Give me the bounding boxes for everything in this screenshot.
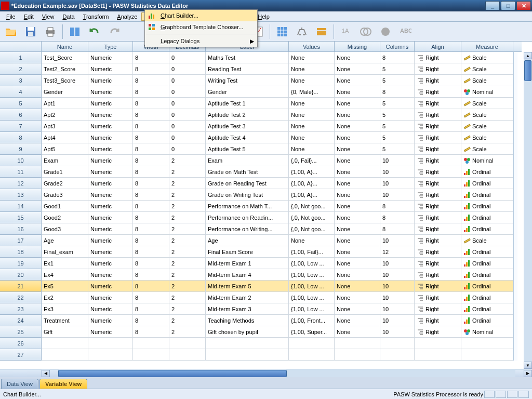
cell-decimals[interactable]: 2: [169, 326, 206, 338]
menu-transform[interactable]: Transform: [79, 12, 113, 21]
cell-values[interactable]: None: [289, 109, 335, 121]
cell-label[interactable]: Performance on Readin...: [206, 212, 289, 223]
cell-width[interactable]: 8: [133, 98, 169, 109]
cell-type[interactable]: Numeric: [88, 212, 133, 223]
cell-measure[interactable]: Ordinal: [461, 258, 513, 269]
cell-measure[interactable]: [461, 349, 513, 361]
cell-name[interactable]: Ex4: [42, 269, 88, 281]
cell-label[interactable]: Mid-term Exam 4: [206, 269, 289, 281]
cell-measure[interactable]: Ordinal: [461, 315, 513, 326]
cell-measure[interactable]: Nominal: [461, 86, 513, 98]
column-header[interactable]: Values: [289, 42, 335, 52]
cell-label[interactable]: Mid-term Exam 5: [206, 281, 289, 292]
cell-missing[interactable]: None: [335, 223, 380, 235]
cell-measure[interactable]: Scale: [461, 75, 513, 86]
cell-align[interactable]: Right: [415, 223, 461, 235]
cell-decimals[interactable]: 2: [169, 246, 206, 258]
cell-width[interactable]: 8: [133, 201, 169, 212]
cell-width[interactable]: 8: [133, 52, 169, 63]
cell-columns[interactable]: 10: [380, 155, 415, 166]
cell-decimals[interactable]: 0: [169, 75, 206, 86]
cell-measure[interactable]: Nominal: [461, 326, 513, 338]
row-header[interactable]: 4: [0, 86, 42, 98]
cell-measure[interactable]: Ordinal: [461, 212, 513, 223]
cell-columns[interactable]: 5: [380, 63, 415, 75]
cell-values[interactable]: {1,00, Low ...: [289, 269, 335, 281]
cell-missing[interactable]: None: [335, 292, 380, 303]
cell-width[interactable]: 8: [133, 155, 169, 166]
cell-align[interactable]: Right: [415, 281, 461, 292]
open-icon[interactable]: [3, 24, 19, 39]
cell-width[interactable]: 8: [133, 189, 169, 201]
cell-width[interactable]: 8: [133, 281, 169, 292]
cell-label[interactable]: Teaching Methods: [206, 315, 289, 326]
recall-icon[interactable]: [67, 24, 83, 39]
tab-data-view[interactable]: Data View: [1, 379, 38, 389]
horizontal-scrollbar[interactable]: ◀ ▶: [0, 369, 532, 377]
cell-values[interactable]: [289, 338, 335, 349]
cell-columns[interactable]: [380, 349, 415, 361]
cell-decimals[interactable]: 0: [169, 98, 206, 109]
cell-align[interactable]: Right: [415, 132, 461, 143]
valuelabels-icon[interactable]: 1A: [338, 24, 354, 39]
cell-name[interactable]: Ex2: [42, 292, 88, 303]
cell-type[interactable]: Numeric: [88, 201, 133, 212]
cell-type[interactable]: Numeric: [88, 223, 133, 235]
cell-label[interactable]: Mid-term Exam 3: [206, 303, 289, 315]
redo-icon[interactable]: [107, 24, 122, 39]
cell-name[interactable]: Final_exam: [42, 246, 88, 258]
cell-type[interactable]: Numeric: [88, 52, 133, 63]
tab-variable-view[interactable]: Variable View: [39, 379, 87, 389]
cell-align[interactable]: Right: [415, 212, 461, 223]
cell-missing[interactable]: None: [335, 86, 380, 98]
variable-grid[interactable]: NameTypeWidthDecimalsLabelValuesMissingC…: [0, 42, 532, 369]
row-header[interactable]: 22: [0, 292, 42, 303]
cell-measure[interactable]: Scale: [461, 63, 513, 75]
cell-values[interactable]: {,0, Not goo...: [289, 212, 335, 223]
cell-missing[interactable]: None: [335, 212, 380, 223]
cell-measure[interactable]: Scale: [461, 132, 513, 143]
cell-measure[interactable]: Scale: [461, 121, 513, 132]
dropdown-item[interactable]: Graphboard Template Chooser...: [145, 21, 257, 33]
cell-name[interactable]: Ex1: [42, 258, 88, 269]
cell-columns[interactable]: 8: [380, 212, 415, 223]
undo-icon[interactable]: [87, 24, 102, 39]
menu-file[interactable]: File: [2, 12, 20, 21]
cell-width[interactable]: 8: [133, 212, 169, 223]
row-header[interactable]: 26: [0, 338, 42, 349]
cell-label[interactable]: Performance on Writing...: [206, 223, 289, 235]
row-header[interactable]: 2: [0, 63, 42, 75]
cell-width[interactable]: 8: [133, 86, 169, 98]
cell-missing[interactable]: None: [335, 155, 380, 166]
cell-decimals[interactable]: 0: [169, 86, 206, 98]
cell-width[interactable]: 8: [133, 326, 169, 338]
cell-label[interactable]: Mid-term Exam 2: [206, 292, 289, 303]
row-header[interactable]: 6: [0, 109, 42, 121]
cell-missing[interactable]: None: [335, 189, 380, 201]
cell-type[interactable]: Numeric: [88, 121, 133, 132]
cell-columns[interactable]: 10: [380, 235, 415, 246]
row-header[interactable]: 10: [0, 155, 42, 166]
cell-values[interactable]: None: [289, 75, 335, 86]
cell-missing[interactable]: None: [335, 269, 380, 281]
cell-values[interactable]: None: [289, 235, 335, 246]
cell-missing[interactable]: None: [335, 109, 380, 121]
cell-values[interactable]: {1,00, Low ...: [289, 281, 335, 292]
cell-columns[interactable]: 10: [380, 189, 415, 201]
cell-align[interactable]: Right: [415, 292, 461, 303]
cell-label[interactable]: Aptitude Test 4: [206, 132, 289, 143]
cell-type[interactable]: Numeric: [88, 326, 133, 338]
row-header[interactable]: 18: [0, 246, 42, 258]
cell-align[interactable]: Right: [415, 178, 461, 189]
cell-name[interactable]: Good3: [42, 223, 88, 235]
menu-view[interactable]: View: [38, 12, 59, 21]
cell-values[interactable]: None: [289, 98, 335, 109]
dropdown-item[interactable]: Chart Builder...: [145, 10, 257, 21]
cell-type[interactable]: Numeric: [88, 63, 133, 75]
cell-columns[interactable]: 5: [380, 121, 415, 132]
cell-decimals[interactable]: 2: [169, 292, 206, 303]
cell-name[interactable]: Apt3: [42, 121, 88, 132]
cell-measure[interactable]: Scale: [461, 143, 513, 155]
cell-decimals[interactable]: 2: [169, 166, 206, 178]
cell-width[interactable]: 8: [133, 121, 169, 132]
